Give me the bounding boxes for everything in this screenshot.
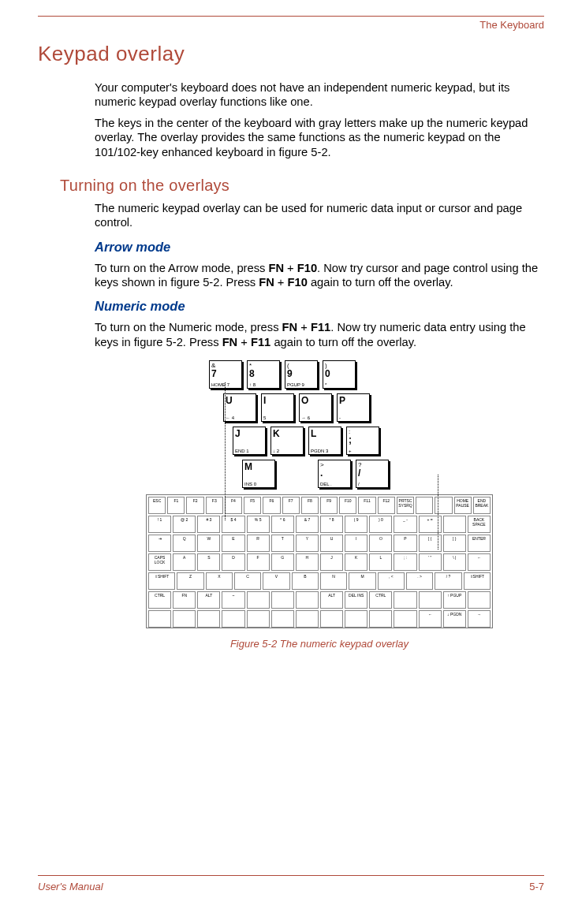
keyboard-key: / ? <box>435 572 461 590</box>
keyboard-key <box>419 591 442 609</box>
keyboard-key: O <box>369 535 392 552</box>
footer-manual: User's Manual <box>38 881 103 892</box>
keyboard-key: ← <box>468 553 491 571</box>
keyboard-key: ENTER <box>468 535 491 552</box>
overlay-key: JEND 1 <box>233 427 266 455</box>
keyboard-key: F9 <box>320 497 338 514</box>
keyboard-key: ESC <box>148 497 166 514</box>
keyboard-key: CTRL <box>148 591 171 609</box>
keyboard-key: PRTSC SYSRQ <box>397 497 414 514</box>
keyboard-key: F7 <box>282 497 300 514</box>
keyboard-key: ) 0 <box>369 516 392 533</box>
overlay-key: *8↑ 8 <box>247 360 280 389</box>
keyboard-key: ↓ PGDN <box>443 610 466 628</box>
keyboard-key: ← <box>419 610 442 628</box>
keyboard-key: FN <box>173 591 196 609</box>
keyboard-key: W <box>197 535 220 552</box>
keyboard-key: F8 <box>301 497 319 514</box>
keyboard-key <box>197 610 220 628</box>
keyboard-key: ] } <box>443 535 466 552</box>
keyboard-key <box>443 516 466 533</box>
keyboard-key: B <box>292 572 319 590</box>
keyboard-key: F12 <box>378 497 395 514</box>
keyboard-key <box>271 591 294 609</box>
keyboard-key: _ - <box>394 516 416 533</box>
keyboard-key: K <box>345 553 367 571</box>
keyboard-key: F4 <box>225 497 242 514</box>
keyboard-key: ! 1 <box>148 516 171 533</box>
overlay-key: &7HOME 7 <box>209 360 242 389</box>
keyboard-key: F11 <box>358 497 375 514</box>
overlay-key: MINS 0 <box>242 460 275 488</box>
keyboard-key: ⇥ <box>148 535 171 552</box>
keyboard-key: # 3 <box>197 516 220 533</box>
numeric-mode-paragraph: To turn on the Numeric mode, press FN + … <box>95 320 544 349</box>
footer-page: 5-7 <box>529 881 544 892</box>
overlay-key: >.DEL . <box>318 460 351 488</box>
heading-arrow-mode: Arrow mode <box>95 240 544 255</box>
keyboard-key: HOME PAUSE <box>454 497 472 514</box>
keyboard-key <box>271 610 294 628</box>
keyboard-key: CTRL <box>369 591 392 609</box>
overlay-key: ?// <box>356 460 389 488</box>
keyboard-key: F2 <box>186 497 203 514</box>
keyboard-key: X <box>206 572 233 590</box>
keyboard-key: F <box>247 553 270 571</box>
intro-p2: The keys in the center of the keyboard w… <box>95 116 544 159</box>
overlay-key: K↓ 2 <box>270 427 304 455</box>
keyboard-key: ⇧SHIFT <box>464 572 491 590</box>
keyboard-key <box>247 610 270 628</box>
overlay-key: I5 <box>261 393 294 422</box>
overlay-key: )0* <box>323 360 356 389</box>
keyboard-key: F1 <box>167 497 185 514</box>
keyboard-key: & 7 <box>296 516 319 533</box>
keyboard-key: ALT <box>320 591 343 609</box>
overlay-key: (9PGUP 9 <box>285 360 318 389</box>
keyboard-key: END BREAK <box>473 497 491 514</box>
overlay-key: U← 4 <box>223 393 256 422</box>
keyboard-key: P <box>394 535 416 552</box>
keyboard-key: I <box>345 535 367 552</box>
keyboard-key: A <box>173 553 196 571</box>
keyboard-key: ~ <box>222 591 244 609</box>
heading-numeric-mode: Numeric mode <box>95 299 544 314</box>
keyboard-key <box>468 591 491 609</box>
keyboard-key: % 5 <box>247 516 270 533</box>
keyboard-key: M <box>349 572 375 590</box>
keyboard-key: . > <box>406 572 433 590</box>
overlay-key: P- <box>337 393 370 422</box>
keyboard-key: → <box>468 610 491 628</box>
keyboard-key: Z <box>177 572 203 590</box>
heading-keypad-overlay: Keypad overlay <box>38 42 544 66</box>
keyboard-key: * 8 <box>320 516 343 533</box>
heading-turning-on: Turning on the overlays <box>60 177 544 195</box>
keyboard-key: ALT <box>197 591 220 609</box>
keyboard-key: DEL INS <box>345 591 367 609</box>
keyboard-key: T <box>271 535 294 552</box>
keyboard-key: \ | <box>443 553 466 571</box>
keyboard-key: @ 2 <box>173 516 196 533</box>
keyboard-key: U <box>320 535 343 552</box>
keyboard-key: CAPS LOCK <box>148 553 171 571</box>
intro-p1: Your computer's keyboard does not have a… <box>95 80 544 110</box>
overlay-key: :;+ <box>346 427 379 455</box>
keyboard-key: F3 <box>206 497 223 514</box>
figure-caption: Figure 5-2 The numeric keypad overlay <box>95 638 544 650</box>
keyboard-key <box>296 610 319 628</box>
arrow-mode-paragraph: To turn on the Arrow mode, press FN + F1… <box>95 261 544 290</box>
overlays-intro: The numeric keypad overlay can be used f… <box>95 201 544 230</box>
keyboard-key: G <box>271 553 294 571</box>
keyboard-key: , < <box>378 572 405 590</box>
keyboard-key: ⇧SHIFT <box>148 572 175 590</box>
keyboard-key <box>320 610 343 628</box>
figure-keyboard-diagram: &7HOME 7*8↑ 8(9PGUP 9)0*U← 4I5O→ 6P-JEND… <box>146 360 493 628</box>
keyboard-key <box>173 610 196 628</box>
keyboard-key: ↑ PGUP <box>443 591 466 609</box>
keyboard-key: L <box>369 553 392 571</box>
keyboard-key <box>369 610 392 628</box>
keyboard-key <box>394 610 416 628</box>
keyboard-key <box>296 591 319 609</box>
keyboard-key: ^ 6 <box>271 516 294 533</box>
keyboard-key <box>394 591 416 609</box>
keyboard-key: F10 <box>339 497 356 514</box>
